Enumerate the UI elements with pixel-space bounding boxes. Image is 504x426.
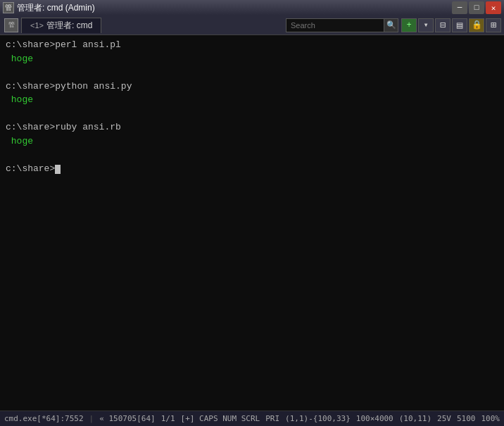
status-percent: 100% (481, 414, 500, 423)
split-button[interactable]: ▤ (452, 18, 467, 32)
status-marker: « 150705[64] (99, 414, 155, 423)
minimize-button[interactable]: ─ (452, 1, 467, 14)
tab-number: <1> (30, 21, 44, 30)
terminal-line-9 (6, 148, 498, 162)
close-button[interactable]: ✕ (486, 1, 501, 14)
tab-title: 管理者: cmd (46, 20, 92, 32)
lock-button[interactable]: 🔒 (469, 18, 484, 32)
terminal-area[interactable]: c:\share>perl ansi.pl hoge c:\share>pyth… (0, 35, 504, 411)
terminal-line-6 (6, 107, 498, 121)
search-button[interactable]: 🔍 (384, 18, 398, 32)
terminal-line-7: c:\share>ruby ansi.rb (6, 120, 498, 134)
terminal-line-3 (6, 65, 498, 80)
cursor (55, 165, 61, 174)
tab-bar: 管 <1> 管理者: cmd 🔍 + ▾ ⊟ ▤ 🔒 ⊞ (0, 15, 504, 35)
new-tab-button[interactable]: + (401, 18, 417, 32)
terminal-line-4: c:\share>python ansi.py (6, 80, 498, 94)
title-bar: 管 管理者: cmd (Admin) ─ □ ✕ (0, 0, 504, 15)
terminal-line-1: c:\share>perl ansi.pl (6, 38, 498, 52)
search-input[interactable] (286, 18, 384, 32)
status-pos2: (10,11) (399, 414, 431, 423)
tab-active[interactable]: <1> 管理者: cmd (21, 18, 101, 33)
status-code: 5100 (457, 414, 476, 423)
view-button[interactable]: ⊟ (435, 18, 451, 32)
status-flags: [+] CAPS NUM SCRL (181, 414, 260, 423)
terminal-line-2: hoge (6, 52, 498, 66)
title-bar-title: 管理者: cmd (Admin) (17, 2, 452, 14)
status-position: 1/1 (161, 414, 175, 423)
status-cursor: (1,1)-{100,33} (285, 414, 351, 423)
toolbar-buttons: + ▾ ⊟ ▤ 🔒 ⊞ (401, 18, 501, 32)
terminal-prompt: c:\share> (6, 162, 498, 176)
status-bar: cmd.exe[*64]:7552 | « 150705[64] 1/1 [+]… (0, 411, 504, 426)
tab-icon: 管 (4, 18, 18, 32)
maximize-button[interactable]: □ (469, 1, 484, 14)
title-bar-buttons: ─ □ ✕ (452, 1, 501, 14)
terminal-line-5: hoge (6, 93, 498, 107)
status-zoom: 25V (437, 414, 451, 423)
dropdown-button[interactable]: ▾ (418, 18, 434, 32)
terminal-line-8: hoge (6, 134, 498, 149)
status-process: cmd.exe[*64]:7552 (4, 414, 84, 423)
status-mode: PRI (265, 414, 279, 423)
layout-button[interactable]: ⊞ (486, 18, 501, 32)
status-size: 100×4000 (356, 414, 393, 423)
search-area: 🔍 + ▾ ⊟ ▤ 🔒 ⊞ (101, 18, 504, 32)
title-bar-icon: 管 (3, 2, 14, 13)
